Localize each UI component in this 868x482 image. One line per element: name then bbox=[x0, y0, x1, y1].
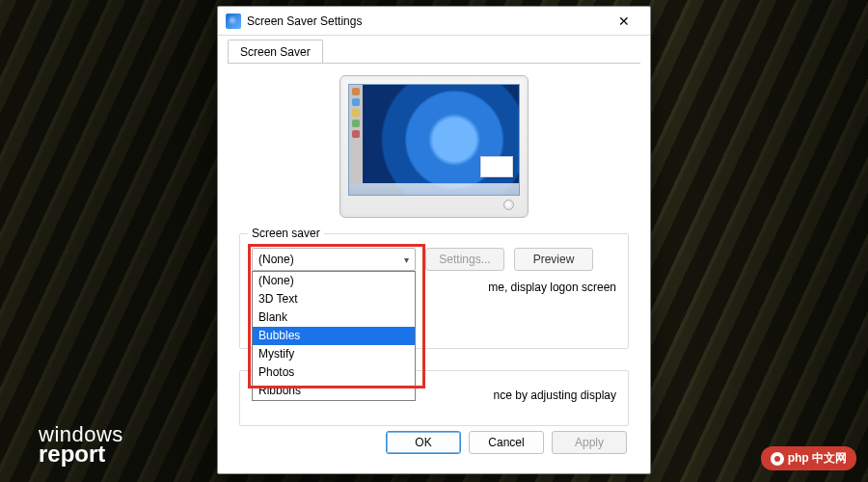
screen-taskbar bbox=[349, 183, 519, 195]
combobox-value: (None) bbox=[258, 253, 294, 266]
option-none[interactable]: (None) bbox=[253, 272, 415, 290]
close-icon: ✕ bbox=[618, 13, 630, 29]
option-mystify[interactable]: Mystify bbox=[253, 345, 415, 363]
monitor-preview-area bbox=[239, 75, 629, 218]
monitor-frame bbox=[339, 75, 529, 218]
watermark-line2: report bbox=[39, 443, 123, 465]
settings-button[interactable]: Settings... bbox=[425, 248, 504, 271]
watermark-php: php 中文网 bbox=[761, 446, 856, 470]
option-3dtext[interactable]: 3D Text bbox=[253, 290, 415, 308]
screen-note-window bbox=[480, 156, 513, 177]
close-button[interactable]: ✕ bbox=[604, 8, 644, 35]
php-logo-icon bbox=[771, 452, 784, 466]
apply-button[interactable]: Apply bbox=[552, 431, 627, 454]
option-ribbons[interactable]: Ribbons bbox=[253, 382, 415, 400]
group-legend: Screen saver bbox=[248, 227, 324, 240]
app-icon bbox=[226, 13, 241, 29]
preview-button[interactable]: Preview bbox=[514, 248, 593, 271]
dialog-footer: OK Cancel Apply bbox=[386, 431, 627, 454]
screen-saver-settings-dialog: Screen Saver Settings ✕ Screen Saver Scr… bbox=[217, 6, 651, 474]
titlebar[interactable]: Screen Saver Settings ✕ bbox=[218, 7, 650, 36]
watermark-windowsreport: windows report bbox=[39, 425, 123, 465]
ok-button-label: OK bbox=[415, 436, 431, 449]
group-screen-saver: Screen saver (None) ▾ Settings... Previe… bbox=[239, 233, 629, 349]
tab-screen-saver[interactable]: Screen Saver bbox=[228, 40, 323, 64]
settings-button-label: Settings... bbox=[439, 253, 490, 266]
tab-content: Screen saver (None) ▾ Settings... Previe… bbox=[228, 63, 640, 464]
apply-button-label: Apply bbox=[575, 436, 604, 449]
option-photos[interactable]: Photos bbox=[253, 363, 415, 382]
cancel-button-label: Cancel bbox=[488, 436, 524, 449]
tab-strip: Screen Saver bbox=[218, 36, 650, 63]
option-bubbles[interactable]: Bubbles bbox=[253, 327, 415, 345]
monitor-screen bbox=[348, 84, 520, 196]
screensaver-row: (None) ▾ Settings... Preview bbox=[252, 248, 616, 271]
watermark-php-text: php 中文网 bbox=[788, 450, 847, 467]
option-blank[interactable]: Blank bbox=[253, 308, 415, 327]
window-title: Screen Saver Settings bbox=[247, 14, 362, 28]
screensaver-dropdown-list[interactable]: (None) 3D Text Blank Bubbles Mystify Pho… bbox=[252, 271, 416, 401]
screensaver-combobox[interactable]: (None) ▾ bbox=[252, 248, 416, 271]
preview-button-label: Preview bbox=[533, 253, 575, 266]
chevron-down-icon: ▾ bbox=[404, 254, 409, 265]
cancel-button[interactable]: Cancel bbox=[469, 431, 544, 454]
ok-button[interactable]: OK bbox=[386, 431, 461, 454]
screen-side-icons bbox=[349, 85, 363, 183]
tab-label: Screen Saver bbox=[240, 45, 311, 59]
